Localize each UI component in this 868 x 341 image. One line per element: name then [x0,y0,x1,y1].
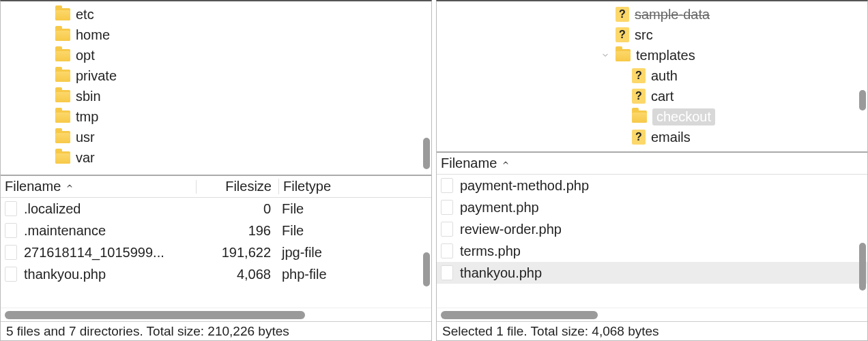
tree-item-label: checkout [652,108,715,125]
chevron-right-icon [617,112,626,121]
tree-item[interactable]: checkout [437,106,867,127]
file-icon [5,267,17,282]
file-name: .localized [24,201,81,217]
tree-item[interactable]: cart [437,86,867,106]
file-name: thankyou.php [24,267,106,282]
folder-icon [55,49,70,61]
tree-item[interactable]: sample-data [437,4,867,25]
file-name: terms.php [460,243,521,259]
tree-item[interactable]: emails [437,127,867,147]
scrollbar-thumb[interactable] [859,90,866,110]
remote-list-vscroll[interactable] [858,175,866,308]
file-row[interactable]: .maintenance196File [1,220,431,241]
local-tree-scrollbar[interactable] [422,1,430,175]
file-row[interactable]: payment.php [437,196,867,218]
scrollbar-thumb[interactable] [5,311,305,319]
column-header-filetype-label: Filetype [283,179,331,194]
remote-pane: sample-datasrctemplatesauthcartcheckoute… [436,0,868,341]
file-transfer-app: etchomeoptprivatesbintmpusrvar Filename … [0,0,868,341]
file-icon [5,201,17,216]
column-header-filename-label: Filename [441,155,497,171]
tree-item-label: sbin [76,89,101,104]
file-name: payment-method.php [460,178,589,194]
scrollbar-thumb[interactable] [423,138,430,169]
file-row[interactable]: 271618114_1015999...191,622jpg-file [1,241,431,263]
tree-item[interactable]: home [1,25,431,45]
file-row[interactable]: .localized0File [1,198,431,220]
column-header-filetype[interactable]: Filetype [278,179,360,194]
tree-item[interactable]: sbin [1,86,431,106]
chevron-right-icon [617,91,626,101]
scrollbar-thumb[interactable] [859,243,866,291]
file-icon [441,243,453,258]
tree-item[interactable]: auth [437,65,867,86]
local-file-list: Filename Filesize Filetype .localized0Fi… [1,176,431,340]
tree-item[interactable]: private [1,65,431,86]
file-size: 4,068 [196,267,278,282]
folder-icon [55,8,70,20]
scrollbar-thumb[interactable] [441,311,598,319]
file-row[interactable]: review-order.php [437,218,867,240]
tree-item[interactable]: etc [1,4,431,25]
file-type: File [278,223,360,239]
remote-tree[interactable]: sample-datasrctemplatesauthcartcheckoute… [437,1,867,153]
column-header-filesize[interactable]: Filesize [197,179,278,194]
tree-item[interactable]: var [1,147,431,168]
unknown-file-icon [616,27,629,42]
tree-item[interactable]: opt [1,45,431,65]
folder-icon [55,110,70,123]
column-header-filename[interactable]: Filename [441,155,863,171]
tree-item-label: sample-data [635,7,710,23]
file-row[interactable]: payment-method.php [437,175,867,196]
local-list-hscroll[interactable] [1,308,431,321]
unknown-file-icon [632,130,646,145]
remote-list-hscroll[interactable] [437,308,867,321]
folder-icon [616,49,631,61]
tree-item-label: auth [651,68,678,84]
file-size: 0 [196,201,278,217]
local-list-vscroll[interactable] [422,198,430,308]
chevron-down-icon[interactable] [601,50,610,60]
tree-item[interactable]: usr [1,127,431,147]
file-type: jpg-file [278,245,360,261]
column-header-filename-label: Filename [5,179,61,194]
remote-tree-scrollbar[interactable] [858,1,866,151]
tree-item-label: cart [651,89,674,104]
file-name: payment.php [460,200,539,216]
unknown-file-icon [616,7,629,22]
file-row[interactable]: thankyou.php4,068php-file [1,263,431,285]
chevron-right-icon [617,132,626,142]
file-icon [441,178,453,193]
tree-item-label: opt [76,48,95,63]
tree-item[interactable]: tmp [1,106,431,127]
file-type: php-file [278,267,360,282]
chevron-right-icon [617,71,626,80]
tree-item[interactable]: templates [437,45,867,65]
local-status-bar: 5 files and 7 directories. Total size: 2… [1,321,431,340]
column-header-filesize-label: Filesize [225,179,272,194]
folder-icon [632,110,647,123]
unknown-file-icon [632,89,646,104]
file-size: 191,622 [196,245,278,261]
tree-item-label: home [76,27,110,43]
file-icon [441,200,453,215]
local-tree[interactable]: etchomeoptprivatesbintmpusrvar [1,1,431,176]
folder-icon [55,90,70,102]
tree-item-label: src [635,27,653,43]
tree-item-label: tmp [76,109,98,125]
tree-item-label: var [76,150,95,166]
file-icon [5,245,17,260]
remote-list-header: Filename [437,153,867,175]
tree-item[interactable]: src [437,25,867,45]
file-row[interactable]: thankyou.php [437,262,867,284]
chevron-right-icon [601,30,610,40]
file-icon [5,223,17,238]
scrollbar-thumb[interactable] [423,252,430,286]
file-row[interactable]: terms.php [437,240,867,262]
file-icon [441,222,453,237]
folder-icon [55,29,70,41]
unknown-file-icon [632,68,646,83]
column-header-filename[interactable]: Filename [5,179,196,194]
folder-icon [55,70,70,82]
file-name: thankyou.php [460,265,542,281]
